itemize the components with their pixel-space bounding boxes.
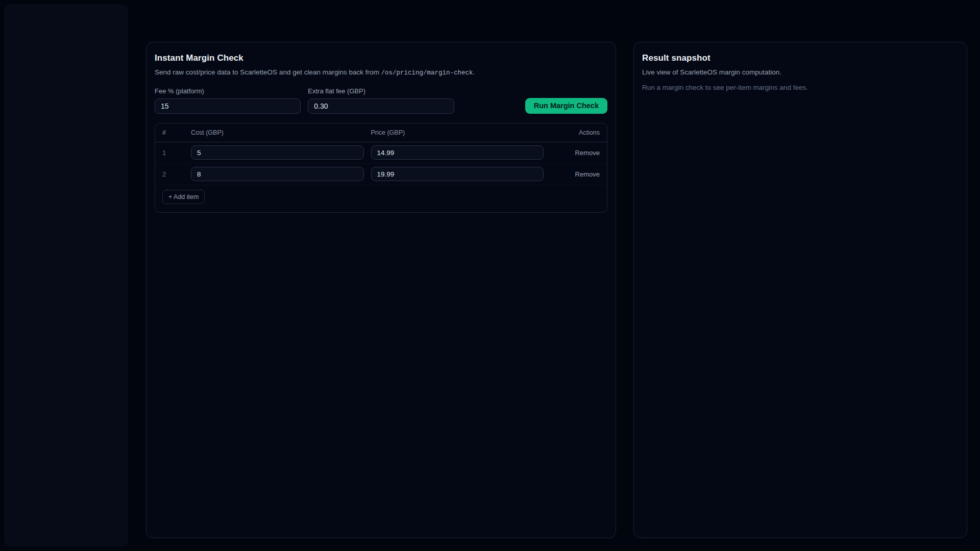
row-actions: Remove: [551, 148, 600, 158]
price-input-row-1[interactable]: [371, 145, 544, 160]
result-snapshot-subtitle: Live view of ScarletteOS margin computat…: [642, 68, 959, 77]
run-margin-check-button[interactable]: Run Margin Check: [525, 98, 607, 114]
subtitle-text: Send raw cost/price data to ScarletteOS …: [155, 68, 381, 76]
row-actions: Remove: [551, 169, 600, 179]
remove-row-1-button[interactable]: Remove: [575, 148, 600, 158]
result-snapshot-title: Result snapshot: [642, 53, 959, 63]
fee-percent-input[interactable]: [155, 98, 301, 114]
endpoint-path: /os/pricing/margin-check: [381, 69, 473, 77]
result-snapshot-card: Result snapshot Live view of ScarletteOS…: [633, 42, 967, 538]
run-button-container: Run Margin Check: [461, 87, 607, 114]
header-cost: Cost (GBP): [191, 129, 364, 136]
cost-input-row-1[interactable]: [191, 145, 364, 160]
flat-fee-input[interactable]: [308, 98, 454, 114]
fee-percent-field-group: Fee % (platform): [155, 87, 301, 114]
table-row: 2 Remove: [155, 164, 607, 185]
header-price: Price (GBP): [371, 129, 544, 136]
remove-row-2-button[interactable]: Remove: [575, 169, 600, 179]
flat-fee-field-group: Extra flat fee (GBP): [308, 87, 454, 114]
add-item-button[interactable]: + Add item: [162, 190, 205, 204]
header-index: #: [162, 129, 184, 136]
main-content: Instant Margin Check Send raw cost/price…: [146, 4, 976, 547]
price-input-row-2[interactable]: [371, 167, 544, 181]
fee-form-row: Fee % (platform) Extra flat fee (GBP) Ru…: [155, 87, 607, 114]
sidebar: [4, 4, 128, 547]
header-actions: Actions: [551, 129, 600, 136]
margin-check-card: Instant Margin Check Send raw cost/price…: [146, 42, 616, 538]
row-index: 1: [162, 149, 184, 157]
table-row: 1 Remove: [155, 142, 607, 164]
margin-check-subtitle: Send raw cost/price data to ScarletteOS …: [155, 68, 607, 78]
row-index: 2: [162, 170, 184, 178]
margin-check-title: Instant Margin Check: [155, 53, 607, 63]
items-table-footer: + Add item: [155, 185, 607, 212]
flat-fee-label: Extra flat fee (GBP): [308, 87, 454, 95]
result-empty-state: Run a margin check to see per-item margi…: [642, 84, 959, 91]
cost-input-row-2[interactable]: [191, 167, 364, 181]
app-root: Instant Margin Check Send raw cost/price…: [0, 0, 980, 551]
fee-percent-label: Fee % (platform): [155, 87, 301, 95]
items-table: # Cost (GBP) Price (GBP) Actions 1 Remov…: [155, 123, 607, 213]
subtitle-period: .: [473, 68, 475, 76]
items-table-header: # Cost (GBP) Price (GBP) Actions: [155, 123, 607, 142]
